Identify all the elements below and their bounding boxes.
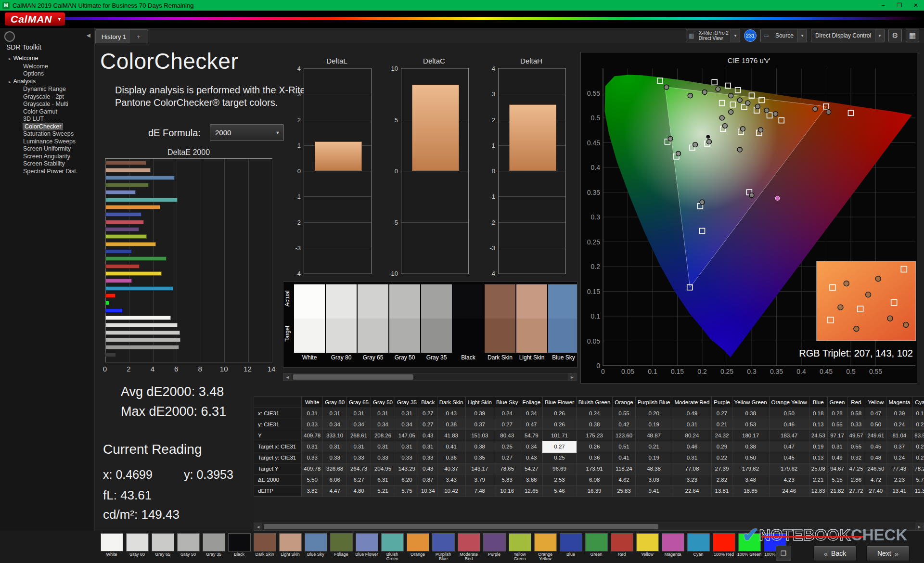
table-scroll-left-icon[interactable]: ◄	[254, 523, 262, 530]
table-cell[interactable]: 0.33	[395, 452, 419, 463]
table-cell[interactable]: 22.64	[672, 486, 712, 497]
table-cell[interactable]: 3.43	[437, 474, 465, 486]
sidebar-item-screen-stability[interactable]: Screen Stability	[0, 160, 94, 168]
patch-button-blue-sky[interactable]: Blue Sky	[303, 533, 328, 561]
table-scroll-right-icon[interactable]: ►	[915, 523, 924, 530]
table-cell[interactable]: 96.69	[543, 463, 577, 474]
table-cell[interactable]: 0.26	[543, 419, 577, 430]
sidebar-item-saturation-sweeps[interactable]: Saturation Sweeps	[0, 130, 94, 138]
table-cell[interactable]: 6.27	[347, 474, 371, 486]
table-cell[interactable]: 0.21	[712, 419, 732, 430]
table-cell[interactable]: 94.67	[827, 463, 847, 474]
table-cell[interactable]: 409.78	[302, 463, 323, 474]
table-cell[interactable]: 0.24	[494, 408, 520, 419]
table-cell[interactable]: 2.86	[847, 474, 865, 486]
table-cell[interactable]: 0.22	[712, 452, 732, 463]
table-cell[interactable]: 78.27	[912, 463, 924, 474]
table-cell[interactable]: 0.55	[847, 441, 865, 452]
table-cell[interactable]: 179.62	[732, 463, 769, 474]
table-cell[interactable]: 0.47	[520, 419, 543, 430]
table-cell[interactable]: 25.83	[613, 486, 635, 497]
table-cell[interactable]: 0.50	[732, 452, 769, 463]
table-cell[interactable]: 16.39	[576, 486, 612, 497]
table-cell[interactable]: 0.33	[302, 452, 323, 463]
table-cell[interactable]: 0.47	[769, 441, 809, 452]
table-cell[interactable]: 40.37	[437, 463, 465, 474]
table-cell[interactable]: 0.13	[809, 452, 827, 463]
table-cell[interactable]: 0.50	[865, 419, 886, 430]
new-tab-button[interactable]: +	[129, 29, 148, 43]
swatch-scroll-thumb[interactable]	[293, 374, 413, 380]
table-cell[interactable]: 0.19	[635, 452, 672, 463]
patch-swatch-gray-65[interactable]: Gray 65	[358, 284, 388, 364]
table-cell[interactable]: 0.33	[419, 452, 437, 463]
table-cell[interactable]: 0.38	[732, 441, 769, 452]
table-cell[interactable]: 204.95	[371, 463, 395, 474]
sidebar-item-welcome[interactable]: Welcome	[0, 63, 94, 71]
sidebar-item-spectral-power-dist[interactable]: Spectral Power Dist.	[0, 168, 94, 176]
swatch-scroll-right-icon[interactable]: ►	[568, 373, 576, 381]
patch-button-orange-yellow[interactable]: Orange Yellow	[533, 533, 558, 561]
table-cell[interactable]: 0.24	[886, 419, 912, 430]
table-cell[interactable]: 0.49	[827, 452, 847, 463]
patch-swatch-light-skin[interactable]: Light Skin	[516, 284, 547, 364]
table-cell[interactable]: 0.51	[613, 441, 635, 452]
table-cell[interactable]: 6.06	[323, 474, 347, 486]
table-cell[interactable]: 0.31	[419, 441, 437, 452]
patch-button-purplish-blue[interactable]: Purplish Blue	[431, 533, 456, 561]
patch-swatch-gray-35[interactable]: Gray 35	[421, 284, 452, 364]
table-cell[interactable]: 0.31	[302, 408, 323, 419]
table-cell[interactable]: 4.62	[613, 474, 635, 486]
table-cell[interactable]: 0.31	[302, 441, 323, 452]
sidebar-section-welcome[interactable]: ▸Welcome	[0, 55, 94, 63]
table-cell[interactable]: 0.29	[712, 441, 732, 452]
table-cell[interactable]: 246.50	[865, 463, 886, 474]
table-cell[interactable]: 0.26	[576, 441, 612, 452]
table-cell[interactable]: 41.83	[437, 430, 465, 441]
display-control-arrow-icon[interactable]: ▼	[875, 29, 884, 42]
table-cell[interactable]: 183.47	[769, 430, 809, 441]
patch-swatch-gray-50[interactable]: Gray 50	[389, 284, 420, 364]
table-cell[interactable]: 24.32	[712, 430, 732, 441]
table-cell[interactable]: 326.68	[323, 463, 347, 474]
table-cell[interactable]: 264.73	[347, 463, 371, 474]
patch-button-cyan[interactable]: Cyan	[686, 533, 711, 561]
table-cell[interactable]: 0.34	[323, 419, 347, 430]
table-cell[interactable]: 0.53	[732, 419, 769, 430]
table-cell[interactable]: 0.24	[576, 408, 612, 419]
table-cell[interactable]: 5.83	[494, 474, 520, 486]
table-cell[interactable]: 0.28	[827, 408, 847, 419]
sidebar-item-3d-lut[interactable]: 3D LUT	[0, 115, 94, 123]
patch-swatch-black[interactable]: Black	[453, 284, 484, 364]
table-cell[interactable]: 10.16	[494, 486, 520, 497]
patch-button-blue[interactable]: Blue	[558, 533, 583, 561]
patch-swatch-blue-sky[interactable]: Blue Sky	[548, 284, 578, 364]
table-cell[interactable]: 0.31	[371, 408, 395, 419]
de-formula-dropdown[interactable]: 2000 ▼	[210, 124, 284, 141]
table-cell[interactable]: 0.34	[520, 441, 543, 452]
table-cell[interactable]: 0.58	[847, 408, 865, 419]
patch-button-bluish-green[interactable]: Bluish Green	[380, 533, 405, 561]
table-cell[interactable]: 3.79	[465, 474, 494, 486]
swatch-scroll-left-icon[interactable]: ◄	[283, 373, 292, 381]
table-cell[interactable]: 77.43	[886, 463, 912, 474]
table-cell[interactable]: 0.43	[419, 430, 437, 441]
table-cell[interactable]: 3.23	[672, 474, 712, 486]
table-cell[interactable]: 4.23	[769, 474, 809, 486]
tab-history1[interactable]: History 1	[95, 29, 132, 43]
sidebar-item-grayscale-2pt[interactable]: Grayscale - 2pt	[0, 93, 94, 101]
table-cell[interactable]: 0.43	[419, 463, 437, 474]
sidebar-collapse-icon[interactable]: ◀	[87, 32, 90, 38]
table-cell[interactable]: 0.13	[809, 419, 827, 430]
table-cell[interactable]: 0.33	[323, 452, 347, 463]
table-cell[interactable]: 118.24	[613, 463, 635, 474]
table-cell[interactable]: 24.46	[769, 486, 809, 497]
table-cell[interactable]: 48.87	[635, 430, 672, 441]
table-cell[interactable]: 0.38	[437, 419, 465, 430]
patch-button-light-skin[interactable]: Light Skin	[278, 533, 303, 561]
table-cell[interactable]: 0.37	[886, 441, 912, 452]
table-cell[interactable]: 3.82	[302, 486, 323, 497]
table-cell[interactable]: 0.26	[543, 408, 577, 419]
display-control-dropdown[interactable]: Direct Display Control ▼	[811, 29, 885, 42]
table-cell[interactable]: 0.55	[827, 419, 847, 430]
